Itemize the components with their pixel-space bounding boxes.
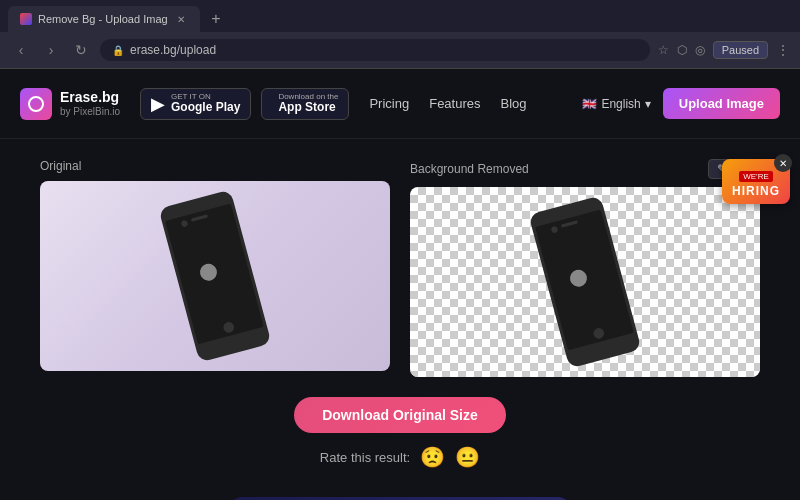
store-badges: ▶ GET IT ON Google Play Download on the … <box>140 88 349 120</box>
url-bar[interactable]: 🔒 erase.bg/upload <box>100 39 650 61</box>
removed-label: Background Removed ✎ Edit <box>410 159 760 179</box>
chevron-down-icon: ▾ <box>645 97 651 111</box>
reload-button[interactable]: ↻ <box>70 42 92 58</box>
rate-label: Rate this result: <box>320 450 410 465</box>
bookmark-icon[interactable]: ☆ <box>658 43 669 57</box>
new-tab-button[interactable]: + <box>204 7 228 31</box>
logo-text: Erase.bg by PixelBin.io <box>60 90 120 116</box>
app-store-name: App Store <box>278 101 338 114</box>
content-area: Original <box>0 139 800 500</box>
url-text: erase.bg/upload <box>130 43 216 57</box>
language-selector[interactable]: 🇬🇧 English ▾ <box>582 97 650 111</box>
logo-icon <box>20 88 52 120</box>
google-play-badge[interactable]: ▶ GET IT ON Google Play <box>140 88 251 120</box>
nav-links: Pricing Features Blog <box>369 96 526 111</box>
google-play-name: Google Play <box>171 101 240 114</box>
tab-bar: Remove Bg - Upload Images t... ✕ + <box>0 0 800 32</box>
forward-button[interactable]: › <box>40 42 62 58</box>
logo-area[interactable]: Erase.bg by PixelBin.io <box>20 88 120 120</box>
upload-image-button[interactable]: Upload Image <box>663 88 780 119</box>
removed-image <box>410 187 760 377</box>
features-link[interactable]: Features <box>429 96 480 111</box>
lock-icon: 🔒 <box>112 45 124 56</box>
paused-button[interactable]: Paused <box>713 41 768 59</box>
google-play-text: GET IT ON Google Play <box>171 93 240 115</box>
tab-close-btn[interactable]: ✕ <box>174 12 188 26</box>
extensions-icon[interactable]: ⬡ <box>677 43 687 57</box>
pricing-link[interactable]: Pricing <box>369 96 409 111</box>
hiring-text: HIRING <box>732 184 780 198</box>
nav-right: 🇬🇧 English ▾ Upload Image <box>582 88 780 119</box>
rate-good-button[interactable]: 😐 <box>455 445 480 469</box>
logo-sub: by PixelBin.io <box>60 106 120 117</box>
phone-svg-removed <box>525 197 645 367</box>
rate-section: Rate this result: 😟 😐 <box>320 445 480 469</box>
navbar: Erase.bg by PixelBin.io ▶ GET IT ON Goog… <box>0 69 800 139</box>
logo-name: Erase.bg <box>60 90 120 105</box>
images-container: Original <box>40 159 760 377</box>
original-image <box>40 181 390 371</box>
removed-image-box <box>410 187 760 377</box>
tab-favicon <box>20 13 32 25</box>
language-text: English <box>601 97 640 111</box>
address-actions: ☆ ⬡ ◎ Paused ⋮ <box>658 41 790 59</box>
logo-icon-inner <box>28 96 44 112</box>
flag-icon: 🇬🇧 <box>582 97 597 111</box>
browser-chrome: Remove Bg - Upload Images t... ✕ + ‹ › ↻… <box>0 0 800 69</box>
download-section: Download Original Size Rate this result:… <box>230 397 570 500</box>
download-button[interactable]: Download Original Size <box>294 397 506 433</box>
blog-link[interactable]: Blog <box>501 96 527 111</box>
close-hiring-button[interactable]: ✕ <box>774 154 792 172</box>
original-label: Original <box>40 159 390 173</box>
original-panel: Original <box>40 159 390 377</box>
site-body: Erase.bg by PixelBin.io ▶ GET IT ON Goog… <box>0 69 800 500</box>
back-button[interactable]: ‹ <box>10 42 32 58</box>
phone-svg-original <box>155 191 275 361</box>
address-bar: ‹ › ↻ 🔒 erase.bg/upload ☆ ⬡ ◎ Paused ⋮ <box>0 32 800 68</box>
removed-panel: Background Removed ✎ Edit <box>410 159 760 377</box>
app-store-badge[interactable]: Download on the App Store <box>261 88 349 120</box>
google-play-icon: ▶ <box>151 93 165 115</box>
app-store-text: Download on the App Store <box>278 93 338 115</box>
rate-bad-button[interactable]: 😟 <box>420 445 445 469</box>
hiring-we-text: WE'RE <box>739 171 773 182</box>
active-tab[interactable]: Remove Bg - Upload Images t... ✕ <box>8 6 200 32</box>
profile-icon[interactable]: ◎ <box>695 43 705 57</box>
tab-title: Remove Bg - Upload Images t... <box>38 13 168 25</box>
original-image-box <box>40 181 390 371</box>
menu-dots[interactable]: ⋮ <box>776 42 790 58</box>
